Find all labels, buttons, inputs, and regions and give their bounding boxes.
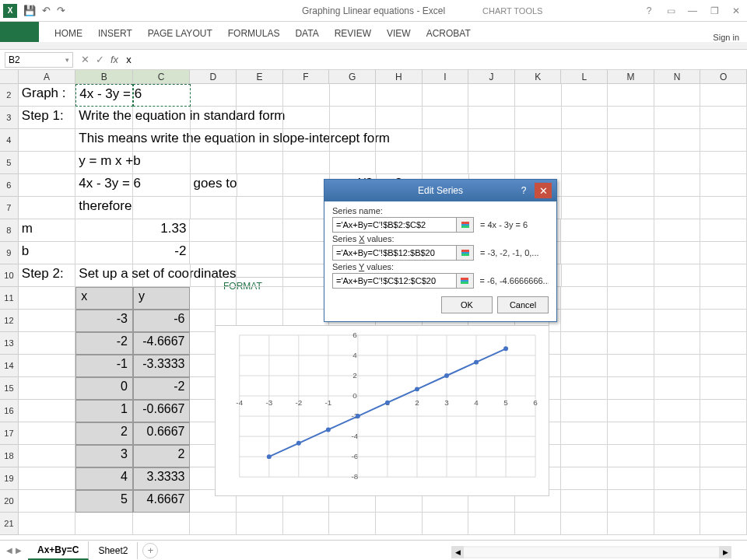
col-header[interactable]: C bbox=[133, 70, 191, 84]
cell[interactable] bbox=[700, 400, 747, 422]
spreadsheet-grid[interactable]: A B C D E F G H I J K L M N O 2Graph :4x… bbox=[0, 70, 747, 537]
cell[interactable]: 4x - 3y = 6 bbox=[75, 174, 133, 197]
cell[interactable] bbox=[376, 129, 423, 152]
cell[interactable] bbox=[654, 467, 701, 490]
cell[interactable] bbox=[700, 355, 747, 377]
cell[interactable] bbox=[700, 264, 747, 287]
cell[interactable] bbox=[191, 84, 237, 107]
cell[interactable] bbox=[330, 152, 377, 174]
cell[interactable] bbox=[191, 152, 237, 174]
cell[interactable] bbox=[237, 264, 283, 287]
cell[interactable] bbox=[562, 174, 608, 197]
row-header[interactable]: 18 bbox=[0, 445, 19, 467]
row-header[interactable]: 15 bbox=[0, 377, 19, 400]
cell[interactable] bbox=[283, 264, 330, 287]
cell[interactable] bbox=[654, 107, 701, 129]
cell[interactable]: 2 bbox=[133, 445, 191, 467]
cell[interactable] bbox=[654, 513, 701, 535]
row-header[interactable]: 6 bbox=[0, 174, 19, 197]
cell[interactable] bbox=[608, 242, 654, 264]
row-header[interactable]: 7 bbox=[0, 197, 19, 219]
dialog-close-icon[interactable]: ✕ bbox=[535, 183, 552, 198]
cell[interactable] bbox=[654, 445, 701, 467]
cell[interactable] bbox=[608, 152, 654, 174]
cell[interactable] bbox=[700, 422, 747, 445]
cell[interactable] bbox=[608, 377, 654, 400]
cell[interactable] bbox=[191, 197, 237, 219]
cell[interactable] bbox=[654, 242, 701, 264]
cell[interactable] bbox=[330, 107, 377, 129]
cell[interactable] bbox=[562, 152, 608, 174]
cell[interactable] bbox=[330, 129, 377, 152]
cell[interactable] bbox=[283, 197, 330, 219]
cell[interactable] bbox=[19, 513, 76, 535]
cell[interactable] bbox=[700, 84, 747, 107]
col-header[interactable]: O bbox=[700, 70, 747, 84]
help-icon[interactable]: ? bbox=[643, 5, 655, 17]
cell[interactable] bbox=[19, 332, 76, 355]
cell[interactable] bbox=[562, 197, 608, 219]
cell[interactable] bbox=[700, 513, 747, 535]
cell[interactable]: Step 1: bbox=[19, 107, 75, 129]
cell[interactable] bbox=[515, 513, 562, 535]
cell[interactable] bbox=[423, 152, 469, 174]
cell[interactable] bbox=[562, 107, 608, 129]
cell[interactable] bbox=[237, 513, 283, 535]
cell[interactable] bbox=[283, 107, 330, 129]
save-icon[interactable]: 💾 bbox=[23, 5, 36, 16]
cell[interactable] bbox=[608, 287, 654, 310]
cell[interactable]: b bbox=[19, 242, 76, 264]
cell[interactable]: Graph : bbox=[19, 84, 75, 107]
cell[interactable] bbox=[423, 84, 469, 107]
row-header[interactable]: 14 bbox=[0, 355, 19, 377]
cell[interactable] bbox=[237, 219, 283, 242]
series-y-input[interactable] bbox=[332, 273, 457, 289]
cell[interactable]: 1 bbox=[75, 400, 133, 422]
row-header[interactable]: 20 bbox=[0, 490, 19, 513]
cell[interactable] bbox=[608, 445, 654, 467]
cell[interactable]: 1.33 bbox=[133, 219, 191, 242]
horizontal-scrollbar[interactable]: ◀ ▶ bbox=[451, 546, 731, 558]
cell[interactable] bbox=[608, 264, 654, 287]
cell[interactable] bbox=[654, 377, 701, 400]
cell[interactable] bbox=[133, 264, 190, 287]
col-header[interactable]: E bbox=[237, 70, 283, 84]
tab-view[interactable]: VIEW bbox=[379, 25, 419, 42]
cell[interactable]: -4.6667 bbox=[133, 332, 191, 355]
cell[interactable] bbox=[608, 513, 654, 535]
cell[interactable]: Step 2: bbox=[19, 264, 75, 287]
cell[interactable]: -3.3333 bbox=[133, 355, 191, 377]
cell[interactable]: y = m x +b bbox=[75, 152, 133, 174]
cell[interactable] bbox=[515, 129, 562, 152]
cell[interactable] bbox=[133, 197, 190, 219]
cell[interactable] bbox=[700, 490, 747, 513]
cell[interactable]: 5 bbox=[75, 490, 133, 513]
cell[interactable] bbox=[283, 513, 330, 535]
cell[interactable] bbox=[237, 107, 283, 129]
cell[interactable]: therefore bbox=[75, 197, 133, 219]
cell[interactable] bbox=[190, 242, 237, 264]
range-picker-icon[interactable] bbox=[457, 245, 474, 261]
minimize-icon[interactable]: — bbox=[686, 5, 699, 17]
cell[interactable] bbox=[561, 377, 608, 400]
series-name-input[interactable] bbox=[332, 217, 457, 233]
cell[interactable] bbox=[654, 219, 701, 242]
cell[interactable] bbox=[562, 84, 608, 107]
cell[interactable] bbox=[283, 174, 330, 197]
cell[interactable] bbox=[468, 152, 515, 174]
chevron-down-icon[interactable]: ▾ bbox=[65, 56, 69, 64]
cell[interactable] bbox=[283, 242, 330, 264]
cell[interactable]: 0.6667 bbox=[133, 422, 191, 445]
cell[interactable] bbox=[561, 242, 608, 264]
cell[interactable] bbox=[19, 490, 76, 513]
cell[interactable] bbox=[654, 287, 701, 310]
cell[interactable] bbox=[608, 422, 654, 445]
cell[interactable] bbox=[19, 377, 76, 400]
cell[interactable] bbox=[329, 513, 376, 535]
cell[interactable] bbox=[468, 107, 515, 129]
cell[interactable] bbox=[423, 513, 469, 535]
cell[interactable] bbox=[654, 490, 701, 513]
col-header[interactable]: J bbox=[468, 70, 515, 84]
signin-link[interactable]: Sign in bbox=[713, 33, 739, 42]
scroll-left-icon[interactable]: ◀ bbox=[451, 546, 464, 558]
